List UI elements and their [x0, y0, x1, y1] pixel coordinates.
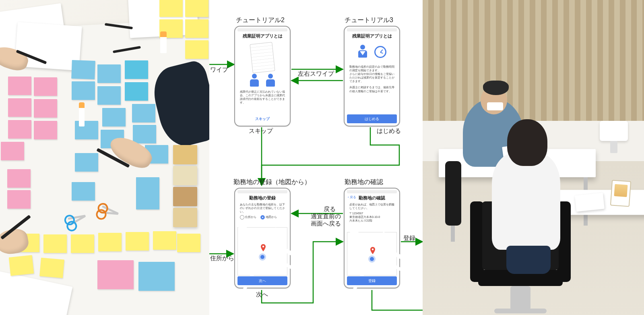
paper-sheet: [575, 193, 605, 211]
screen-caption-confirm: 勤務地の確認: [345, 178, 383, 187]
card-sorting-photo: [0, 0, 209, 315]
map-pin-icon: [260, 243, 265, 249]
sticky-note: [72, 182, 95, 201]
sticky-note: [97, 86, 121, 105]
sticky-note: [153, 231, 176, 250]
current-location-dot: [260, 255, 264, 259]
screen-title: 残業証明アプリとは: [347, 33, 397, 39]
sticky-note: [98, 233, 122, 251]
screen-instruction: 必要があれば、地図上で位置を調整してください。: [347, 201, 397, 211]
photo-thumbnail: [173, 166, 197, 185]
edge-label-register: 登録: [403, 234, 415, 242]
status-bar: [237, 190, 287, 193]
screen-title: 残業証明アプリとは: [237, 33, 287, 39]
map-pin-icon: [369, 246, 375, 251]
screen-flow-diagram: ワイプ 左右スワイプ スキップ はじめる 住所から 次へ 戻る 適宜直前の 画面…: [209, 0, 423, 315]
sticky-note: [71, 60, 95, 79]
next-button[interactable]: 次へ: [237, 276, 287, 285]
sticky-note: [72, 81, 95, 100]
sticky-note: [125, 82, 148, 101]
person-icon: [265, 74, 276, 87]
screen-description: 勤務地の場所の設定のみで勤務時間の測定を開始できます。 さらに給与や休日の情報を…: [347, 63, 397, 95]
edge-label-swipe-lr: 左右スワイプ: [298, 70, 334, 78]
glue-stick: [79, 102, 85, 126]
map-view[interactable]: [347, 232, 397, 276]
composite-image: ワイプ 左右スワイプ スキップ はじめる 住所から 次へ 戻る 適宜直前の 画面…: [0, 0, 644, 315]
sticky-note: [43, 234, 67, 253]
sticky-note: [75, 153, 98, 172]
sticky-note: [125, 60, 148, 79]
curtain: [423, 0, 644, 121]
screen-title: 勤務地の登録: [237, 195, 287, 201]
edge-label-skip: スキップ: [249, 127, 273, 135]
sticky-note: [126, 232, 149, 251]
sticky-note: [136, 177, 159, 209]
sticky-note: [185, 0, 208, 17]
address-block: 〒1234567 東京都港区六本木0-10-0 六本木ヒルズ22階: [347, 211, 397, 224]
register-button[interactable]: 登録: [347, 276, 397, 285]
sticky-note: [39, 258, 64, 278]
monitor-stand: [610, 141, 617, 153]
glue-stick: [160, 31, 167, 53]
interviewer-hair: [483, 81, 509, 95]
phone-confirm: ‹ 戻る 勤務地の確認 必要があれば、地図上で位置を調整してください。 〒123…: [344, 188, 400, 288]
sticky-note: [7, 190, 31, 209]
phone-tutorial3: 残業証明アプリとは 勤務地の場所の設定のみで勤務時間の測定を開始できます。 さら…: [344, 26, 400, 126]
sticky-note: [185, 40, 208, 59]
sticky-note: [34, 99, 57, 118]
photo-thumbnail: [173, 187, 197, 206]
screen-description: 残業代が適正に支払われていない場合、このアプリから弁護士に残業代請求代行の依頼を…: [237, 88, 287, 106]
edge-label-next: 次へ: [256, 291, 268, 298]
skip-link[interactable]: スキップ: [235, 116, 290, 122]
back-link[interactable]: ‹ 戻る: [348, 195, 356, 199]
sticky-note: [34, 121, 57, 139]
user-interview-photo: [423, 0, 644, 315]
monitor: [600, 121, 628, 141]
person-icon: [249, 74, 260, 87]
screen-instruction: あなたの主な勤務地の場所を、以下のいずれかの方法で登録してください。: [237, 201, 287, 215]
edge-label-back-3: 画面へ戻る: [311, 220, 341, 228]
sticky-pad: [97, 260, 134, 289]
photo-thumbnail: [173, 208, 197, 227]
status-bar: [347, 28, 397, 31]
radio-option-map[interactable]: 地図から: [260, 215, 277, 220]
sticky-note: [71, 234, 94, 253]
phone-tutorial2: 残業証明アプリとは 残業代が適正に支払われていない場合、このアプリから弁護士に残…: [234, 26, 291, 126]
chair-back: [445, 161, 461, 226]
sticky-note: [8, 98, 31, 117]
screen-caption-tutorial2: チュートリアル2: [236, 16, 285, 25]
start-button[interactable]: はじめる: [347, 114, 397, 123]
sticky-note: [132, 104, 155, 122]
sticky-note: [75, 121, 98, 139]
edge-label-back-2: 適宜直前の: [311, 213, 341, 220]
edge-label-start: はじめる: [377, 127, 401, 135]
status-bar: [237, 28, 287, 31]
sticky-note: [102, 108, 126, 126]
current-location-dot: [370, 257, 374, 261]
tablet-device: [610, 180, 631, 207]
sticky-note: [8, 120, 31, 139]
phone-register-map: 勤務地の登録 あなたの主な勤務地の場所を、以下のいずれかの方法で登録してください…: [234, 188, 291, 288]
sticky-note: [8, 77, 31, 95]
clock-icon: [374, 46, 386, 58]
sticky-note: [159, 0, 183, 17]
sticky-note: [97, 64, 121, 83]
sticky-note: [34, 77, 57, 96]
participant-hair: [507, 119, 547, 166]
svg-point-6: [262, 246, 264, 248]
sticky-note: [7, 169, 31, 188]
radio-option-address[interactable]: 住所から: [240, 215, 256, 220]
sticky-note: [177, 234, 200, 252]
svg-point-7: [372, 248, 374, 250]
sticky-pad: [138, 262, 175, 291]
face-mask-icon: [487, 102, 503, 110]
photo-thumbnail: [173, 145, 197, 164]
spreadsheet-icon: [250, 42, 275, 73]
edge-label-from-address: 住所から: [210, 255, 234, 262]
screen-caption-tutorial3: チュートリアル3: [345, 16, 393, 25]
sticky-note: [133, 125, 156, 143]
edge-label-swipe: ワイプ: [210, 66, 228, 74]
map-view[interactable]: [237, 227, 287, 276]
edge-label-back-1: 戻る: [324, 205, 336, 213]
participant-body: [492, 153, 560, 250]
